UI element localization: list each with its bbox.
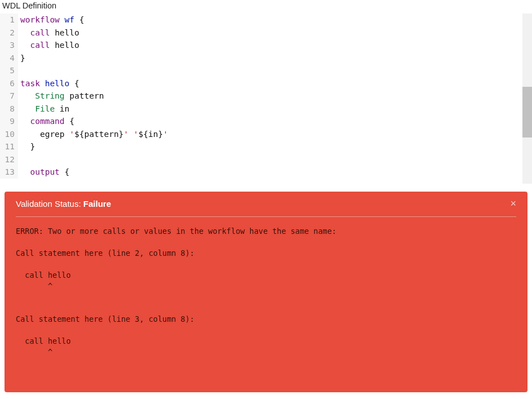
line-number-gutter: 12345678910111213 [0, 14, 18, 179]
code-line[interactable] [20, 64, 168, 77]
code-line[interactable]: task hello { [20, 77, 168, 90]
code-line[interactable] [20, 153, 168, 166]
page-title: WDL Definition [0, 0, 532, 14]
code-line[interactable]: File in [20, 103, 168, 116]
line-number: 9 [0, 115, 15, 128]
line-number: 2 [0, 26, 15, 39]
close-icon[interactable]: × [510, 198, 516, 209]
line-number: 7 [0, 90, 15, 103]
code-line[interactable]: workflow wf { [20, 14, 168, 26]
code-line[interactable]: egrep '${pattern}' '${in}' [20, 128, 168, 141]
line-number: 10 [0, 128, 15, 141]
validation-status-title: Validation Status: Failure [16, 199, 111, 209]
validation-status-header: Validation Status: Failure × [16, 198, 516, 217]
validation-status-panel: Validation Status: Failure × ERROR: Two … [5, 192, 527, 392]
validation-status-result: Failure [83, 199, 111, 209]
line-number: 8 [0, 103, 15, 116]
line-number: 13 [0, 166, 15, 179]
code-content[interactable]: workflow wf { call hello call hello} tas… [18, 14, 168, 179]
validation-error-body: ERROR: Two or more calls or values in th… [16, 217, 516, 358]
code-line[interactable]: call hello [20, 39, 168, 52]
line-number: 1 [0, 14, 15, 26]
code-line[interactable]: output { [20, 166, 168, 179]
line-number: 12 [0, 153, 15, 166]
line-number: 5 [0, 64, 15, 77]
line-number: 6 [0, 77, 15, 90]
code-editor[interactable]: 12345678910111213 workflow wf { call hel… [0, 14, 532, 184]
code-line[interactable]: } [20, 52, 168, 65]
line-number: 11 [0, 140, 15, 153]
editor-scrollbar-track[interactable] [522, 14, 532, 184]
editor-scrollbar-thumb[interactable] [522, 87, 532, 138]
validation-status-label: Validation Status: [16, 199, 83, 209]
code-line[interactable]: call hello [20, 26, 168, 39]
code-line[interactable]: } [20, 140, 168, 153]
code-line[interactable]: String pattern [20, 90, 168, 103]
code-line[interactable]: command { [20, 115, 168, 128]
line-number: 3 [0, 39, 15, 52]
line-number: 4 [0, 52, 15, 65]
